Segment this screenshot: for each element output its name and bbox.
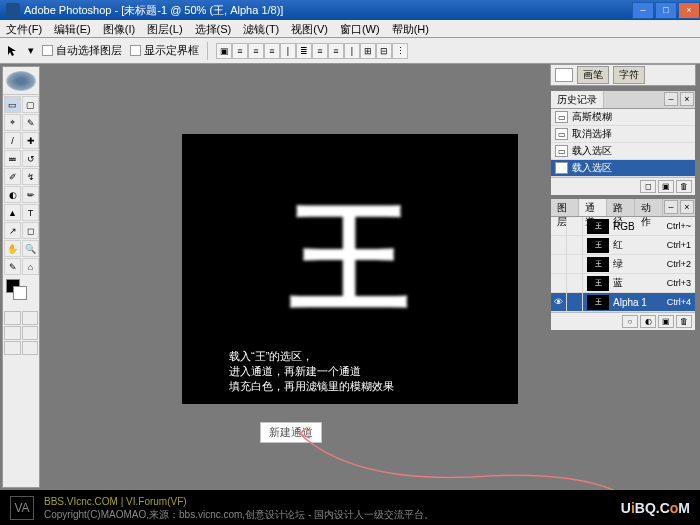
history-panel: 历史记录 – × ▭高斯模糊▭取消选择▭载入选区▭载入选区 ◻ ▣ 🗑 (550, 90, 696, 196)
history-delete-button[interactable]: 🗑 (676, 180, 692, 193)
history-item[interactable]: ▭高斯模糊 (551, 109, 695, 126)
align-button[interactable]: ≡ (312, 43, 328, 59)
show-bounds-checkbox[interactable]: 显示定界框 (130, 43, 199, 58)
channel-new-button[interactable]: ▣ (658, 315, 674, 328)
tool-button[interactable]: ✋ (4, 240, 21, 257)
menu-item[interactable]: 图层(L) (141, 20, 188, 37)
menu-item[interactable]: 窗口(W) (334, 20, 386, 37)
tool-button[interactable]: ↺ (22, 150, 39, 167)
history-tab[interactable]: 历史记录 (551, 91, 604, 108)
visibility-eye-icon[interactable]: 👁 (551, 293, 567, 311)
color-swatches[interactable] (3, 276, 39, 310)
channel-shortcut: Ctrl+2 (667, 259, 695, 269)
align-button[interactable]: | (280, 43, 296, 59)
channel-link-cell[interactable] (567, 217, 583, 235)
tool-button[interactable]: ✚ (22, 132, 39, 149)
channel-name: 红 (613, 238, 667, 252)
tool-button[interactable]: ▭ (4, 96, 21, 113)
panel-tab[interactable]: 路径 (607, 199, 635, 216)
panel-close-icon[interactable]: × (680, 200, 694, 214)
tool-button[interactable]: ▲ (4, 204, 21, 221)
menu-item[interactable]: 视图(V) (285, 20, 334, 37)
dock-tab-char[interactable]: 字符 (613, 66, 645, 84)
tool-button[interactable]: ▢ (22, 96, 39, 113)
tool-button[interactable]: ◻ (22, 222, 39, 239)
move-tool-icon (6, 44, 20, 58)
tool-button[interactable]: ⌂ (22, 258, 39, 275)
history-snapshot-button[interactable]: ◻ (640, 180, 656, 193)
tool-button[interactable]: ↯ (22, 168, 39, 185)
options-bar: ▾ 自动选择图层 显示定界框 ▣≡≡≡|≣≡≡|⊞⊟⋮ (0, 38, 700, 64)
channel-link-cell[interactable] (567, 274, 583, 292)
tool-button[interactable]: ✎ (4, 258, 21, 275)
dock-slot-icon[interactable] (555, 68, 573, 82)
auto-select-checkbox[interactable]: 自动选择图层 (42, 43, 122, 58)
channel-link-cell[interactable] (567, 255, 583, 273)
panel-close-icon[interactable]: × (680, 92, 694, 106)
standard-mode-button[interactable] (4, 311, 21, 325)
close-button[interactable]: × (678, 2, 700, 19)
channel-link-cell[interactable] (567, 293, 583, 311)
align-button[interactable]: ≣ (296, 43, 312, 59)
history-item[interactable]: ▭载入选区 (551, 160, 695, 177)
channel-link-cell[interactable] (567, 236, 583, 254)
align-button[interactable]: ⊟ (376, 43, 392, 59)
panel-tab[interactable]: 图层 (551, 199, 579, 216)
channel-row[interactable]: 王红Ctrl+1 (551, 236, 695, 255)
panel-tab[interactable]: 动作 (635, 199, 663, 216)
visibility-eye-icon[interactable] (551, 217, 567, 235)
panel-tab[interactable]: 通道 (579, 199, 607, 216)
screen-mode-3[interactable] (4, 341, 21, 355)
title-bar: Adobe Photoshop - [未标题-1 @ 50% (王, Alpha… (0, 0, 700, 20)
channel-delete-button[interactable]: 🗑 (676, 315, 692, 328)
tool-button[interactable]: / (4, 132, 21, 149)
menu-item[interactable]: 文件(F) (0, 20, 48, 37)
history-item[interactable]: ▭载入选区 (551, 143, 695, 160)
align-button[interactable]: ≡ (248, 43, 264, 59)
align-button[interactable]: ≡ (232, 43, 248, 59)
channel-row[interactable]: 王绿Ctrl+2 (551, 255, 695, 274)
dock-tab-brush[interactable]: 画笔 (577, 66, 609, 84)
align-button[interactable]: ⋮ (392, 43, 408, 59)
menu-item[interactable]: 帮助(H) (386, 20, 435, 37)
align-button[interactable]: ▣ (216, 43, 232, 59)
history-new-button[interactable]: ▣ (658, 180, 674, 193)
quickmask-mode-button[interactable] (22, 311, 39, 325)
tool-button[interactable]: ✎ (22, 114, 39, 131)
visibility-eye-icon[interactable] (551, 274, 567, 292)
menu-item[interactable]: 滤镜(T) (237, 20, 285, 37)
align-button[interactable]: | (344, 43, 360, 59)
document[interactable]: 王 载入“王”的选区， 进入通道，再新建一个通道 填充白色，再用滤镜里的模糊效果 (182, 134, 518, 404)
background-swatch[interactable] (13, 286, 27, 300)
jump-button[interactable] (22, 341, 39, 355)
tool-button[interactable]: 🔍 (22, 240, 39, 257)
history-item[interactable]: ▭取消选择 (551, 126, 695, 143)
channel-row[interactable]: 👁王Alpha 1Ctrl+4 (551, 293, 695, 312)
visibility-eye-icon[interactable] (551, 236, 567, 254)
maximize-button[interactable]: □ (655, 2, 677, 19)
panel-minimize-icon[interactable]: – (664, 200, 678, 214)
visibility-eye-icon[interactable] (551, 255, 567, 273)
tool-button[interactable]: ⩸ (4, 150, 21, 167)
menu-item[interactable]: 编辑(E) (48, 20, 97, 37)
tool-button[interactable]: ✏ (22, 186, 39, 203)
screen-mode-1[interactable] (4, 326, 21, 340)
tool-button[interactable]: ⌖ (4, 114, 21, 131)
app-icon (6, 3, 20, 17)
channel-mask-button[interactable]: ◐ (640, 315, 656, 328)
tool-button[interactable]: ↗ (4, 222, 21, 239)
channel-row[interactable]: 王蓝Ctrl+3 (551, 274, 695, 293)
panel-minimize-icon[interactable]: – (664, 92, 678, 106)
align-button[interactable]: ⊞ (360, 43, 376, 59)
tool-button[interactable]: ◐ (4, 186, 21, 203)
minimize-button[interactable]: – (632, 2, 654, 19)
channel-load-button[interactable]: ○ (622, 315, 638, 328)
align-button[interactable]: ≡ (328, 43, 344, 59)
tool-button[interactable]: ✐ (4, 168, 21, 185)
menu-item[interactable]: 图像(I) (97, 20, 141, 37)
menu-item[interactable]: 选择(S) (189, 20, 238, 37)
align-button[interactable]: ≡ (264, 43, 280, 59)
screen-mode-2[interactable] (22, 326, 39, 340)
tool-button[interactable]: T (22, 204, 39, 221)
channel-row[interactable]: 王RGBCtrl+~ (551, 217, 695, 236)
